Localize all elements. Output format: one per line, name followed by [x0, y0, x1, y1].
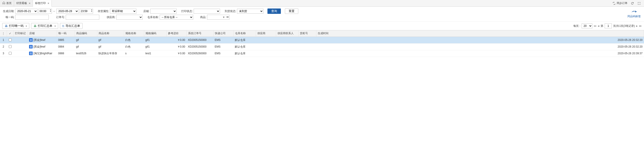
- order-input[interactable]: [66, 15, 99, 20]
- shop-label: 店铺:: [140, 9, 149, 13]
- page-first-icon[interactable]: ⏮: [594, 24, 596, 27]
- page-prefix: 第: [600, 24, 603, 28]
- cell-ref-price: ￥0.00: [166, 50, 186, 57]
- stock-attr-select[interactable]: 即采即销: [110, 9, 136, 14]
- col-supplier[interactable]: 供应商: [256, 30, 276, 37]
- cell-sys-order: XD2005150000: [186, 37, 213, 43]
- clear-icon[interactable]: ×: [223, 16, 224, 19]
- tab-home[interactable]: 首页: [0, 0, 14, 6]
- supplier-select[interactable]: [116, 15, 143, 20]
- col-cabinet[interactable]: 货柜号: [298, 30, 316, 37]
- cell-spec-code: gif1: [144, 37, 166, 43]
- export-summary-button[interactable]: ⎘ 导出汇总单: [60, 23, 82, 29]
- col-express[interactable]: 快递公司: [213, 30, 234, 37]
- col-ref-price[interactable]: 参考进价: [166, 30, 186, 37]
- cell-express: EMS: [213, 37, 234, 43]
- shop-select[interactable]: [150, 9, 177, 14]
- col-unique[interactable]: 唯一码: [57, 30, 75, 37]
- data-grid: ⋮ ✓ 打印标记 店铺 唯一码 商品编码 商品名称 规格名称 规格编码 参考进价…: [0, 30, 644, 57]
- cell-ref-price: ￥0.00: [166, 43, 186, 50]
- page-suffix: 页/共1页(3笔记录): [613, 24, 635, 28]
- print-status-select[interactable]: [194, 9, 220, 14]
- col-sku[interactable]: 商品编码: [75, 30, 97, 37]
- page-last-icon[interactable]: ⏭: [639, 24, 642, 27]
- cell-gen-time: 2020-05-26 20:32:20: [316, 43, 644, 50]
- table-row[interactable]: 2签[黑金]fewf0884gifgif白色gif1￥0.00XD2005150…: [0, 43, 644, 50]
- unique-label: 唯一码:: [2, 15, 14, 19]
- table-row[interactable]: 3签[淘宝]BrightRair0888test0526快进快出半库存stest…: [0, 50, 644, 57]
- unique-input[interactable]: [15, 15, 49, 20]
- date-to-select[interactable]: 2020-05-28: [56, 9, 79, 14]
- close-icon[interactable]: ×: [48, 2, 49, 5]
- print-summary-button[interactable]: 🖶 打印汇总单: [31, 23, 58, 29]
- cell-check[interactable]: [7, 50, 14, 57]
- col-check[interactable]: ✓: [7, 30, 14, 37]
- cell-supplier: [256, 37, 276, 43]
- warehouse-select[interactable]: -- 所有仓库 --: [160, 15, 193, 20]
- more-icon[interactable]: •••: [226, 15, 228, 18]
- print-icon: 🖶: [5, 24, 8, 28]
- col-spec-code[interactable]: 规格编码: [144, 30, 166, 37]
- cell-warehouse: 默认仓库: [234, 50, 256, 57]
- cell-supplier-contact: [276, 50, 298, 57]
- table-row[interactable]: 1签[黑金]fewf0885gifgif白色gif1￥0.00XD2005150…: [0, 37, 644, 43]
- row-checkbox[interactable]: [9, 52, 12, 55]
- date-from-select[interactable]: 2020-05-21: [15, 9, 38, 14]
- col-gen-time[interactable]: 生成时间: [316, 30, 644, 37]
- filter-bar: 生成日期: 2020-05-21 ▲▼ -- 2020-05-28 ▲▼ 存货属…: [0, 7, 644, 15]
- refresh-icon[interactable]: [630, 1, 634, 5]
- cell-express: EMS: [213, 43, 234, 50]
- cell-unique: 0888: [57, 50, 75, 57]
- arrive-status-select[interactable]: 未到货: [237, 9, 264, 14]
- product-input[interactable]: [207, 15, 230, 20]
- toolbar: 🖶 打印唯一码 🖶 打印汇总单 ⎘ 导出汇总单 每页 : 20 ⏮ ◀ 第 页/…: [0, 21, 644, 30]
- warehouse-label: 仓库名称:: [147, 15, 159, 19]
- cell-spec-name: s: [124, 50, 144, 57]
- cell-check[interactable]: [7, 43, 14, 50]
- print-unique-label: 打印唯一码: [9, 24, 24, 28]
- reset-button[interactable]: 重置: [285, 8, 298, 14]
- cell-shop: 签[黑金]fewf: [28, 43, 57, 50]
- cell-check[interactable]: [7, 37, 14, 43]
- cell-rownum: 3: [0, 50, 7, 57]
- page-next-icon[interactable]: ▶: [636, 24, 638, 27]
- date-range-dash: --: [53, 9, 55, 13]
- col-menu[interactable]: ⋮: [0, 30, 7, 37]
- col-warehouse[interactable]: 仓库名称: [234, 30, 256, 37]
- cell-sku: gif: [75, 37, 97, 43]
- cell-warehouse: 默认仓库: [234, 37, 256, 43]
- spinner-icon[interactable]: ▲▼: [91, 9, 92, 12]
- cell-supplier: [256, 43, 276, 50]
- supplier-label: 供应商:: [103, 15, 116, 19]
- fullscreen-icon[interactable]: [637, 1, 641, 5]
- tab-dashboard[interactable]: 经营看板 ×: [14, 0, 33, 6]
- cell-spec-name: 白色: [124, 43, 144, 50]
- col-shop[interactable]: 店铺: [28, 30, 57, 37]
- print-unique-button[interactable]: 🖶 打印唯一码: [2, 23, 29, 29]
- same-code-label-button[interactable]: 同品码标签: [628, 9, 641, 18]
- col-spec-name[interactable]: 规格名称: [124, 30, 144, 37]
- print-icon: 🖶: [34, 24, 36, 28]
- tab-label-print[interactable]: 标签打印 ×: [33, 0, 52, 7]
- cell-rownum: 1: [0, 37, 7, 43]
- cell-cabinet: [298, 43, 316, 50]
- sync-orders-button[interactable]: 同步订单: [612, 1, 628, 5]
- spinner-icon[interactable]: ▲▼: [50, 9, 52, 12]
- col-supplier-contact[interactable]: 供应商联系人: [276, 30, 298, 37]
- page-prev-icon[interactable]: ◀: [598, 24, 599, 27]
- cell-name: 快进快出半库存: [97, 50, 124, 57]
- close-icon[interactable]: ×: [29, 2, 30, 5]
- col-name[interactable]: 商品名称: [97, 30, 124, 37]
- row-checkbox[interactable]: [9, 45, 12, 48]
- per-page-select[interactable]: 20: [582, 23, 592, 28]
- col-print-mark[interactable]: 打印标记: [14, 30, 28, 37]
- cell-unique: 0884: [57, 43, 75, 50]
- order-label: 订单号:: [53, 15, 65, 19]
- row-checkbox[interactable]: [9, 38, 12, 41]
- tab-dashboard-label: 经营看板: [16, 1, 27, 5]
- cell-spec-code: gif1: [144, 43, 166, 50]
- query-button[interactable]: 查询: [268, 8, 281, 14]
- col-sys-order[interactable]: 系统订单号: [186, 30, 213, 37]
- gen-date-label: 生成日期:: [2, 9, 14, 13]
- page-current-input[interactable]: [605, 23, 612, 28]
